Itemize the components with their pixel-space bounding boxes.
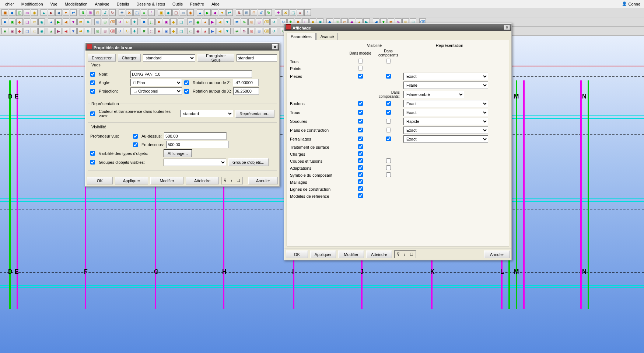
toolbar-button[interactable]: ▲	[202, 28, 209, 34]
representation-select3[interactable]: Filaire ombré	[403, 91, 464, 98]
toolbar-button[interactable]: ⊟	[102, 18, 108, 25]
toolbar-button[interactable]: ⇅	[85, 28, 91, 34]
toolbar-button[interactable]: ⬚	[148, 18, 155, 25]
menu-outils[interactable]: Outils	[169, 1, 186, 7]
toolbar-button[interactable]: ↺	[270, 28, 277, 34]
checkbox-in-model[interactable]	[358, 151, 363, 156]
apply-button[interactable]: Appliquer	[115, 177, 148, 184]
preset-select[interactable]: standard	[143, 54, 196, 62]
toolbar-button[interactable]: ▲	[197, 9, 203, 16]
toolbar-button[interactable]: ⇄	[234, 18, 240, 25]
checkbox-in-model[interactable]	[358, 136, 363, 141]
checkbox-in-model[interactable]	[358, 128, 363, 132]
toolbar-button[interactable]: ■	[155, 28, 162, 34]
toolbar-button[interactable]: ⊟	[256, 18, 262, 25]
toolbar-button[interactable]: ■	[1, 28, 8, 34]
toolbar-button[interactable]: ⊟	[251, 9, 257, 16]
toolbar-button[interactable]: ◆	[9, 9, 15, 16]
apply-button[interactable]: Appliquer	[310, 250, 336, 258]
toolbar-button[interactable]: ⇅	[85, 18, 91, 25]
toolbar-button[interactable]: ✖	[141, 18, 147, 25]
checkbox-in-components[interactable]	[386, 119, 391, 124]
tab-avance[interactable]: Avancé	[316, 33, 338, 40]
toolbar-button[interactable]: ⊞	[248, 28, 255, 34]
checkbox-in-components[interactable]	[386, 74, 391, 79]
checkbox-in-model[interactable]	[358, 74, 363, 79]
checkbox-in-model[interactable]	[358, 110, 363, 115]
toolbar-button[interactable]: ⊞	[248, 18, 255, 25]
toolbar-button[interactable]: ▭	[31, 28, 38, 34]
toolbar-button[interactable]: ⇅	[236, 9, 242, 16]
toolbar-button[interactable]: ▭	[187, 28, 194, 34]
vistypes-checkbox[interactable]	[90, 151, 95, 156]
toolbar-button[interactable]: ✖	[126, 9, 133, 16]
toolbar-button[interactable]: ⇅	[80, 9, 86, 16]
menu-dessins[interactable]: Dessins & listes	[133, 1, 169, 7]
repr-select[interactable]: standard	[180, 110, 233, 117]
cancel-button[interactable]: Annuler	[248, 177, 278, 184]
modify-button[interactable]: Modifier	[150, 177, 183, 184]
toolbar-button[interactable]: ▲	[202, 18, 209, 25]
checkbox-in-model[interactable]	[358, 158, 363, 163]
menu-fenetre[interactable]: Fenêtre	[186, 1, 208, 7]
toolbar-button[interactable]: ▣	[9, 28, 15, 34]
representation-select[interactable]: Exact	[403, 100, 488, 107]
toolbar-button[interactable]: ⌫	[263, 18, 270, 25]
toolbar-button[interactable]: ✖	[282, 9, 289, 16]
menu-modification[interactable]: Modification	[18, 1, 47, 7]
toolbar-button[interactable]: ▼	[70, 18, 77, 25]
toolbar-button[interactable]: ⊞	[94, 28, 101, 34]
toolbar-button[interactable]: ▣	[163, 18, 169, 25]
menu-details[interactable]: Détails	[113, 1, 133, 7]
groupes-select[interactable]	[164, 159, 226, 166]
toolbar-button[interactable]: ✖	[141, 28, 147, 34]
toolbar-button[interactable]: ◀	[55, 9, 62, 16]
toolbar-button[interactable]: ⌫	[263, 28, 270, 34]
ok-button[interactable]: OK	[87, 177, 113, 184]
representation-select[interactable]: Rapide	[403, 118, 488, 125]
toolbar-button[interactable]: ◀	[211, 9, 218, 16]
toolbar-button[interactable]: ▭	[180, 9, 186, 16]
rotx-checkbox[interactable]	[184, 89, 189, 94]
menu-aide[interactable]: Aide	[208, 1, 223, 7]
toolbar-button[interactable]: ▭	[31, 18, 38, 25]
toolbar-button[interactable]: ◀	[63, 18, 69, 25]
menu-analyse[interactable]: Analyse	[91, 1, 113, 7]
load-button[interactable]: Charger	[118, 54, 141, 62]
toolbar-button[interactable]: ◫	[16, 9, 23, 16]
toolbar-button[interactable]: ▣	[9, 18, 15, 25]
ok-button[interactable]: OK	[286, 250, 308, 258]
checkbox-in-model[interactable]	[358, 66, 363, 70]
toolbar-button[interactable]: ⇄	[77, 18, 84, 25]
preset-name-input[interactable]	[237, 54, 277, 62]
toolbar-button[interactable]: ▼	[224, 18, 231, 25]
toolbar-button[interactable]: ⇄	[234, 28, 240, 34]
toolbar-button[interactable]: ▲	[48, 18, 55, 25]
toolbar-button[interactable]: ≡	[297, 9, 304, 16]
rotx-input[interactable]	[233, 87, 259, 95]
toolbar-button[interactable]: ▼	[63, 9, 69, 16]
toolbar-button[interactable]: ↺	[258, 9, 265, 16]
toolbar-button[interactable]: ▣	[158, 9, 164, 16]
toolbar-button[interactable]: ◫	[24, 28, 30, 34]
representation-select[interactable]: Exact	[403, 127, 488, 134]
toolbar-button[interactable]: ✚	[131, 18, 138, 25]
toolbar-button[interactable]: ▣	[1, 9, 8, 16]
toolbar-button[interactable]: ◀	[217, 18, 223, 25]
toggle-all[interactable]: ⊽/☐	[221, 177, 243, 184]
toolbar-button[interactable]: ⇄	[77, 28, 84, 34]
toolbar-button[interactable]: ▶	[204, 9, 211, 16]
proj-checkbox[interactable]	[90, 89, 95, 94]
representation-select2[interactable]: Filaire	[403, 82, 488, 89]
checkbox-in-components[interactable]	[386, 59, 391, 63]
toolbar-button[interactable]: ◆	[170, 28, 177, 34]
angle-select[interactable]: □ Plan	[130, 79, 182, 86]
checkbox-in-model[interactable]	[358, 172, 363, 177]
checkbox-in-model[interactable]	[358, 59, 363, 63]
repr-checkbox[interactable]	[90, 111, 95, 116]
nom-checkbox[interactable]	[90, 72, 95, 77]
saveas-button[interactable]: Enregistrer Sous	[197, 54, 234, 62]
toolbar-button[interactable]: ↺	[102, 9, 108, 16]
checkbox-in-components[interactable]	[386, 172, 391, 177]
toolbar-button[interactable]: ■	[155, 18, 162, 25]
